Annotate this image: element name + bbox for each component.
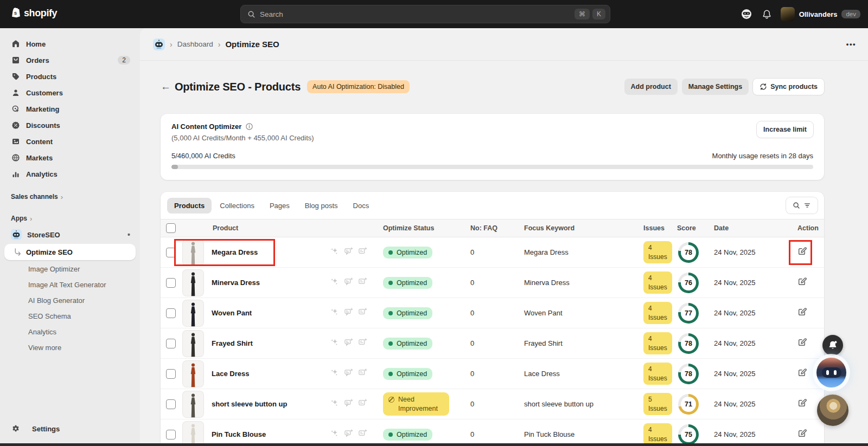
product-name[interactable]: Frayed Shirt	[212, 339, 253, 347]
sidebar-item-image-alt-text-generator[interactable]: Image Alt Text Generator	[4, 277, 136, 293]
storeseo-app-icon-small[interactable]	[153, 38, 165, 50]
tab-blog-posts[interactable]: Blog posts	[298, 198, 345, 214]
edit-button[interactable]	[797, 338, 807, 349]
sales-channels-section[interactable]: Sales channels ›	[4, 190, 136, 204]
generate-meta-icon[interactable]	[358, 307, 367, 319]
product-name[interactable]: Minerva Dress	[212, 279, 260, 287]
store-avatar	[781, 7, 795, 21]
issues-badge[interactable]: 4Issues	[643, 423, 672, 446]
sync-products-button[interactable]: Sync products	[753, 79, 824, 95]
breadcrumb-dashboard[interactable]: Dashboard	[177, 40, 213, 48]
floating-support-avatar[interactable]	[817, 395, 848, 426]
product-name[interactable]: Lace Dress	[212, 370, 249, 378]
tab-docs[interactable]: Docs	[346, 198, 376, 214]
issues-badge[interactable]: 4Issues	[643, 272, 672, 294]
edit-button[interactable]	[797, 247, 807, 258]
sidebar-item-markets[interactable]: Markets	[4, 150, 136, 166]
generate-faq-icon[interactable]	[344, 277, 353, 288]
shopify-admin: S shopify Search ⌘ K Ollivanders dev	[0, 0, 868, 446]
sidebar-item-storeseo[interactable]: StoreSEO •	[4, 227, 136, 243]
shopify-wordmark: shopify	[24, 8, 57, 19]
tab-collections[interactable]: Collections	[213, 198, 261, 214]
edit-button[interactable]	[797, 277, 807, 288]
search-filter-button[interactable]	[786, 197, 818, 214]
status-dot-icon	[388, 281, 393, 285]
add-product-button[interactable]: Add product	[624, 79, 678, 95]
ai-sparkle-icon[interactable]	[330, 429, 339, 440]
row-checkbox[interactable]	[166, 399, 176, 409]
ai-sparkle-icon[interactable]	[330, 338, 339, 349]
sidebar-item-seo-schema[interactable]: SEO Schema	[4, 308, 136, 324]
edit-button[interactable]	[797, 307, 807, 319]
sidekick-icon[interactable]	[740, 8, 753, 21]
generate-meta-icon[interactable]	[358, 429, 367, 440]
row-checkbox[interactable]	[166, 248, 176, 257]
ai-sparkle-icon[interactable]	[330, 398, 339, 410]
generate-meta-icon[interactable]	[358, 338, 367, 349]
sidebar-item-image-optimizer[interactable]: Image Optimizer	[4, 261, 136, 277]
ai-sparkle-icon[interactable]	[330, 368, 339, 379]
floating-ai-assistant-button[interactable]	[816, 358, 846, 387]
row-checkbox[interactable]	[166, 339, 176, 348]
generate-meta-icon[interactable]	[358, 247, 367, 258]
generate-faq-icon[interactable]	[344, 398, 353, 410]
product-name[interactable]: short sleeve button up	[212, 400, 287, 408]
info-icon[interactable]	[245, 122, 253, 131]
generate-meta-icon[interactable]	[358, 398, 367, 410]
generate-faq-icon[interactable]	[344, 429, 353, 440]
product-name[interactable]: Pin Tuck Blouse	[212, 430, 266, 438]
ai-sparkle-icon[interactable]	[330, 307, 339, 319]
shopify-logo[interactable]: S shopify	[9, 7, 57, 20]
row-checkbox[interactable]	[166, 430, 176, 439]
generate-meta-icon[interactable]	[358, 368, 367, 379]
edit-button[interactable]	[797, 368, 807, 379]
issues-badge[interactable]: 4Issues	[643, 302, 672, 325]
increase-limit-button[interactable]: Increase limit	[757, 121, 813, 138]
generate-faq-icon[interactable]	[344, 338, 353, 349]
sidebar-item-discounts[interactable]: Discounts	[4, 117, 136, 133]
product-name[interactable]: Woven Pant	[212, 309, 252, 317]
sidebar-item-content[interactable]: Content	[4, 133, 136, 150]
tab-pages[interactable]: Pages	[263, 198, 297, 214]
issues-badge[interactable]: 4Issues	[643, 363, 672, 385]
sidebar-item-ai-blog-generator[interactable]: AI Blog Generator	[4, 293, 136, 308]
sidebar-item-products[interactable]: Products	[4, 68, 136, 85]
row-checkbox[interactable]	[166, 369, 176, 379]
ai-sparkle-icon[interactable]	[330, 277, 339, 288]
sidebar-item-analytics[interactable]: Analytics	[4, 166, 136, 182]
user-menu[interactable]: Ollivanders dev	[781, 7, 860, 21]
edit-button[interactable]	[797, 429, 807, 440]
sidebar-item-orders[interactable]: Orders 2	[4, 52, 136, 68]
credits-reset-note: Monthly usage resets in 28 days	[712, 152, 813, 160]
back-button[interactable]: ←	[161, 81, 175, 93]
select-all-checkbox[interactable]	[166, 223, 176, 233]
issues-badge[interactable]: 4Issues	[643, 332, 672, 355]
tab-products[interactable]: Products	[167, 198, 212, 214]
sidebar-item-customers[interactable]: Customers	[4, 85, 136, 101]
apps-section[interactable]: Apps ›	[4, 211, 136, 225]
sidebar-item-marketing[interactable]: Marketing	[4, 101, 136, 117]
product-thumbnail	[182, 421, 204, 446]
generate-meta-icon[interactable]	[358, 277, 367, 288]
sidebar-item-settings[interactable]: Settings	[4, 420, 136, 437]
sidebar-item-optimize-seo[interactable]: Optimize SEO	[4, 244, 136, 260]
floating-notifications-button[interactable]	[822, 335, 843, 355]
generate-faq-icon[interactable]	[344, 307, 353, 319]
sidebar-item-view-more[interactable]: View more	[4, 340, 136, 355]
ai-sparkle-icon[interactable]	[330, 247, 339, 258]
generate-faq-icon[interactable]	[344, 368, 353, 379]
global-search-input[interactable]: Search ⌘ K	[240, 5, 610, 23]
issues-badge[interactable]: 4Issues	[643, 241, 672, 264]
edit-button[interactable]	[797, 398, 807, 410]
app-options-dot[interactable]: •	[127, 230, 130, 239]
issues-badge[interactable]: 5Issues	[643, 393, 672, 416]
generate-faq-icon[interactable]	[344, 247, 353, 258]
notifications-bell-icon[interactable]	[762, 9, 772, 20]
sidebar-item-app-analytics[interactable]: Analytics	[4, 324, 136, 340]
manage-settings-button[interactable]: Manage Settings	[682, 79, 749, 95]
sidebar-item-home[interactable]: Home	[4, 36, 136, 52]
row-checkbox[interactable]	[166, 308, 176, 318]
product-name[interactable]: Megara Dress	[212, 248, 258, 256]
more-menu-button[interactable]: •••	[846, 40, 856, 48]
row-checkbox[interactable]	[166, 278, 176, 288]
